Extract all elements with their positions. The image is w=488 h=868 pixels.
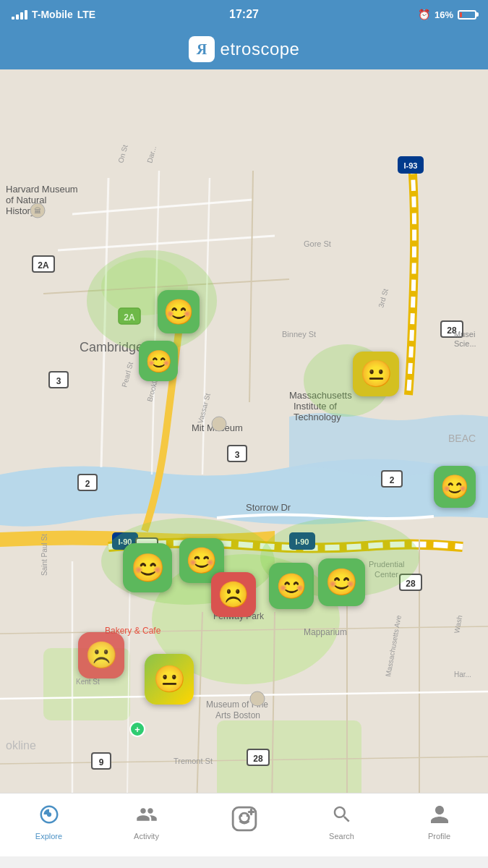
svg-text:Mapparium: Mapparium <box>304 627 347 637</box>
svg-text:Prudential: Prudential <box>369 560 405 569</box>
svg-text:okline: okline <box>6 739 36 752</box>
svg-text:Massachusetts: Massachusetts <box>289 390 352 401</box>
svg-text:Harvard Museum: Harvard Museum <box>6 184 78 195</box>
svg-text:Cambridge: Cambridge <box>80 340 143 354</box>
time-label: 17:27 <box>229 8 259 21</box>
svg-text:Har...: Har... <box>454 671 471 678</box>
marker-red-2[interactable]: ☹️ <box>78 632 124 678</box>
battery-container <box>458 10 476 20</box>
svg-text:9: 9 <box>99 757 104 767</box>
svg-point-100 <box>239 813 249 822</box>
carrier-label: T-Mobile <box>32 9 73 20</box>
app-header: R etroscope <box>0 29 488 69</box>
tab-search[interactable]: Search <box>293 804 390 846</box>
search-icon <box>331 804 353 829</box>
svg-text:3: 3 <box>56 376 61 386</box>
activity-icon <box>136 804 158 829</box>
marker-green-3[interactable]: 😊 <box>434 466 476 508</box>
svg-point-101 <box>240 815 242 817</box>
svg-text:Kent St: Kent St <box>76 678 100 686</box>
svg-text:2: 2 <box>85 479 90 489</box>
svg-text:I-93: I-93 <box>404 161 418 170</box>
tab-explore[interactable]: Explore <box>0 804 98 846</box>
map-area: Harvard Museum of Natural History Cambri… <box>0 69 488 856</box>
svg-text:Arts Boston: Arts Boston <box>215 710 260 720</box>
marker-green-7[interactable]: 😊 <box>318 558 365 606</box>
svg-rect-99 <box>233 807 256 830</box>
svg-text:Binney St: Binney St <box>282 330 316 339</box>
svg-text:Center: Center <box>374 570 398 579</box>
tab-activity[interactable]: Activity <box>98 804 195 846</box>
network-label: LTE <box>77 9 95 20</box>
marker-yellow-1[interactable]: 😐 <box>353 352 399 396</box>
svg-point-93 <box>250 692 265 706</box>
svg-text:3: 3 <box>235 450 240 460</box>
marker-green-6[interactable]: 😊 <box>269 563 314 609</box>
status-left: T-Mobile LTE <box>12 9 95 20</box>
svg-text:Technology: Technology <box>294 412 341 422</box>
svg-text:Saint Paul St: Saint Paul St <box>40 534 48 576</box>
explore-label: Explore <box>35 832 62 841</box>
svg-point-102 <box>246 815 248 817</box>
app-title: etroscope <box>221 39 300 59</box>
battery-icon <box>458 10 476 20</box>
map-svg: Harvard Museum of Natural History Cambri… <box>0 69 488 856</box>
alarm-icon: ⏰ <box>418 9 430 20</box>
svg-text:28: 28 <box>253 754 263 764</box>
profile-icon <box>429 804 450 829</box>
svg-text:2: 2 <box>390 475 395 485</box>
svg-text:BEAC: BEAC <box>448 433 476 444</box>
marker-green-2[interactable]: 😊 <box>139 341 178 381</box>
svg-text:Storrow Dr: Storrow Dr <box>246 502 291 513</box>
tab-bar: Explore Activity <box>0 793 488 856</box>
svg-text:🏛: 🏛 <box>34 207 41 215</box>
tab-profile[interactable]: Profile <box>390 804 488 846</box>
battery-fill <box>460 12 462 17</box>
marker-green-1[interactable]: 😊 <box>158 290 200 333</box>
search-label: Search <box>329 832 354 841</box>
logo-r-icon: R <box>189 36 215 62</box>
svg-text:2A: 2A <box>124 312 135 323</box>
profile-label: Profile <box>428 832 450 841</box>
svg-text:Institute of: Institute of <box>294 401 337 412</box>
marker-red-1[interactable]: ☹️ <box>211 572 256 617</box>
marker-mixed-1[interactable]: 😐 <box>145 654 194 705</box>
svg-text:2A: 2A <box>38 260 49 271</box>
svg-text:+: + <box>134 724 140 735</box>
svg-text:28: 28 <box>406 579 416 589</box>
battery-percent: 16% <box>435 9 453 20</box>
svg-point-98 <box>46 812 51 817</box>
app-logo: R etroscope <box>189 36 300 62</box>
svg-point-92 <box>212 417 226 431</box>
marker-green-4[interactable]: 😊 <box>123 543 172 592</box>
svg-text:Musei: Musei <box>454 330 475 339</box>
status-right: ⏰ 16% <box>418 9 476 20</box>
svg-text:Scie...: Scie... <box>454 339 476 348</box>
svg-text:Tremont St: Tremont St <box>174 757 213 765</box>
explore-icon <box>38 804 60 829</box>
activity-label: Activity <box>134 832 159 841</box>
tab-add[interactable] <box>195 805 293 845</box>
add-face-icon <box>231 805 258 836</box>
status-bar: T-Mobile LTE 17:27 ⏰ 16% <box>0 0 488 29</box>
svg-text:Gore St: Gore St <box>304 239 331 248</box>
svg-text:I-90: I-90 <box>296 537 309 546</box>
signal-bars <box>12 10 27 20</box>
